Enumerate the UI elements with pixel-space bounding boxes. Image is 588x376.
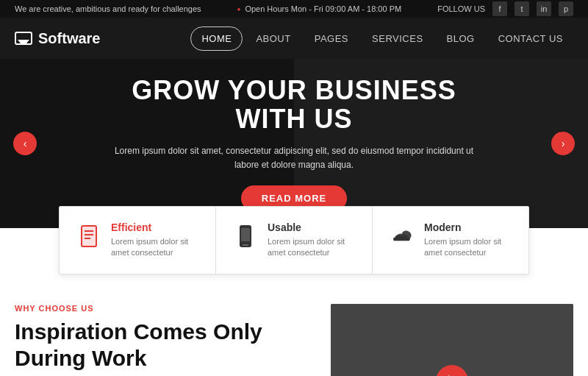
video-thumbnail[interactable] <box>331 304 573 376</box>
hours-text: Open Hours Mon - Fri 09:00 AM - 18:00 PM <box>245 4 401 13</box>
feature-efficient: Efficient Lorem ipsum dolor sit amet con… <box>60 207 216 274</box>
hero-next-button[interactable]: › <box>551 132 575 155</box>
tagline: We are creative, ambitious and ready for… <box>15 4 201 13</box>
hero-title: GROW YOUR BUSINESS WITH US <box>103 76 485 134</box>
modern-desc: Lorem ipsum dolor sit amet consectetur <box>424 236 511 259</box>
svg-rect-2 <box>85 230 93 232</box>
feature-usable: Usable Lorem ipsum dolor sit amet consec… <box>216 207 373 274</box>
why-section: WHY CHOOSE US Inspiration Comes Only Dur… <box>0 274 588 376</box>
hero-prev-button[interactable]: ‹ <box>13 132 37 155</box>
modern-content: Modern Lorem ipsum dolor sit amet consec… <box>424 221 511 259</box>
logo[interactable]: Software <box>15 30 100 47</box>
nav-pages[interactable]: PAGES <box>304 27 359 50</box>
svg-rect-3 <box>85 234 93 235</box>
nav-home[interactable]: HOME <box>190 26 243 51</box>
nav-links: HOME ABOUT PAGES SERVICES BLOG CONTACT U… <box>190 26 573 51</box>
nav-contact[interactable]: CONTACT US <box>488 27 573 50</box>
svg-rect-7 <box>241 228 250 241</box>
svg-rect-0 <box>82 226 96 246</box>
nav-services[interactable]: SERVICES <box>362 27 434 50</box>
features-section: Efficient Lorem ipsum dolor sit amet con… <box>59 206 529 274</box>
nav-blog[interactable]: BLOG <box>437 27 485 50</box>
usable-title: Usable <box>268 221 354 233</box>
nav-about[interactable]: ABOUT <box>245 27 301 50</box>
follow-label: FOLLOW US <box>437 4 485 13</box>
top-bar: We are creative, ambitious and ready for… <box>0 0 588 18</box>
hero-section: ‹ › GROW YOUR BUSINESS WITH US Lorem ips… <box>0 59 588 228</box>
feature-modern: Modern Lorem ipsum dolor sit amet consec… <box>373 207 528 274</box>
twitter-icon[interactable]: t <box>514 1 529 16</box>
why-heading: Inspiration Comes Only During Work <box>15 319 309 372</box>
why-right <box>331 304 573 376</box>
efficient-desc: Lorem ipsum dolor sit amet consectetur <box>111 236 198 259</box>
efficient-icon <box>77 221 101 251</box>
efficient-title: Efficient <box>111 221 198 233</box>
svg-rect-4 <box>85 238 90 239</box>
usable-content: Usable Lorem ipsum dolor sit amet consec… <box>268 221 354 259</box>
linkedin-icon[interactable]: in <box>537 1 551 16</box>
efficient-content: Efficient Lorem ipsum dolor sit amet con… <box>111 221 198 259</box>
why-label: WHY CHOOSE US <box>15 304 309 313</box>
modern-icon <box>390 221 414 251</box>
social-section: FOLLOW US f t in p <box>437 1 573 16</box>
usable-desc: Lorem ipsum dolor sit amet consectetur <box>268 236 354 259</box>
hours-dot: ● <box>237 6 241 13</box>
modern-title: Modern <box>424 221 511 233</box>
hero-content: GROW YOUR BUSINESS WITH US Lorem ipsum d… <box>103 76 485 212</box>
usable-icon <box>234 221 257 251</box>
pinterest-icon[interactable]: p <box>559 1 573 16</box>
hero-subtitle: Lorem ipsum dolor sit amet, consectetur … <box>103 144 485 172</box>
navbar: Software HOME ABOUT PAGES SERVICES BLOG … <box>0 18 588 59</box>
logo-text: Software <box>38 30 100 47</box>
logo-icon <box>15 32 32 45</box>
svg-rect-6 <box>243 244 248 246</box>
why-left: WHY CHOOSE US Inspiration Comes Only Dur… <box>15 304 309 376</box>
hours-info: ● Open Hours Mon - Fri 09:00 AM - 18:00 … <box>237 4 402 13</box>
facebook-icon[interactable]: f <box>492 1 507 16</box>
